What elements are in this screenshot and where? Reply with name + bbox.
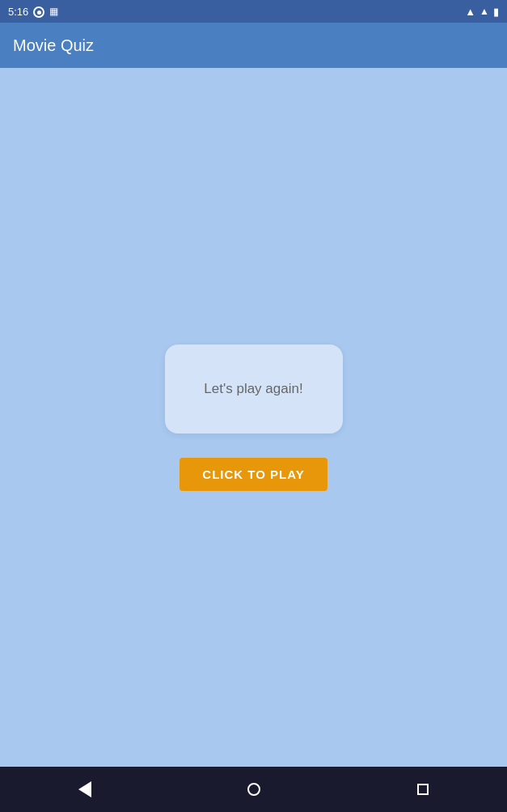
app-title: Movie Quiz — [13, 36, 94, 55]
sim-icon: ▦ — [49, 6, 58, 17]
recents-nav-button[interactable] — [411, 777, 435, 801]
recents-icon — [417, 784, 429, 795]
home-nav-button[interactable] — [242, 777, 266, 801]
back-nav-button[interactable] — [73, 777, 97, 801]
bottom-nav — [0, 767, 507, 812]
status-bar-right: ▲ ▲ ▮ — [465, 6, 499, 18]
signal-icon: ▲ — [480, 6, 489, 17]
wifi-icon: ▲ — [465, 6, 475, 18]
podcast-status-icon — [33, 5, 44, 19]
battery-icon: ▮ — [493, 6, 499, 18]
status-bar-left: 5:16 ▦ — [8, 5, 58, 19]
back-icon — [78, 781, 91, 797]
status-time: 5:16 — [8, 6, 28, 18]
play-button[interactable]: CLICK TO PLAY — [180, 458, 327, 491]
message-card: Let's play again! — [165, 345, 343, 433]
status-bar: 5:16 ▦ ▲ ▲ ▮ — [0, 0, 507, 23]
home-icon — [247, 783, 260, 796]
card-message: Let's play again! — [204, 381, 302, 397]
app-bar: Movie Quiz — [0, 23, 507, 68]
main-content: Let's play again! CLICK TO PLAY — [0, 68, 507, 767]
